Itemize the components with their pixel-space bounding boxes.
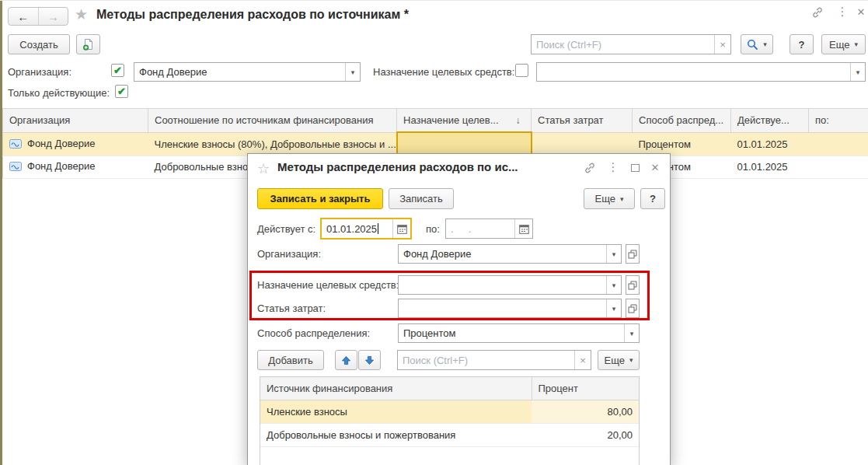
valid-from-label: Действует с: bbox=[257, 223, 315, 235]
main-search-clear-button[interactable]: × bbox=[714, 35, 730, 54]
record-icon bbox=[9, 162, 22, 173]
cell-valid-from: 01.01.2025 bbox=[731, 132, 809, 156]
open-icon bbox=[628, 250, 637, 259]
purpose-filter-checkbox[interactable] bbox=[515, 64, 528, 77]
method-select[interactable]: Процентом ▾ bbox=[398, 323, 640, 343]
cell-source: Членские взносы bbox=[260, 400, 532, 424]
close-window-button[interactable]: ✕ bbox=[854, 4, 868, 19]
org-filter-select[interactable]: Фонд Доверие ▾ bbox=[134, 62, 361, 82]
link-button[interactable] bbox=[810, 5, 825, 20]
save-and-close-button[interactable]: Записать и закрыть bbox=[257, 188, 383, 209]
table-row[interactable]: Добровольные взносы и пожертвования 20,0… bbox=[260, 424, 639, 447]
calendar-picker-button[interactable] bbox=[514, 219, 532, 238]
dialog-help-button[interactable]: ? bbox=[640, 188, 665, 209]
table-header-row: Организация Соотношение по источникам фи… bbox=[3, 109, 868, 133]
kebab-icon: ⋮ bbox=[837, 5, 849, 19]
col-header-valid-from[interactable]: Действуе... bbox=[731, 109, 809, 133]
cell-valid-from: 01.01.2025 bbox=[731, 156, 809, 179]
dialog-search-input[interactable] bbox=[398, 351, 574, 369]
create-new-item-button[interactable] bbox=[76, 34, 100, 54]
help-button[interactable]: ? bbox=[790, 34, 814, 54]
col-header-purpose[interactable]: Назначение целев...↓ bbox=[397, 109, 532, 133]
dialog-kebab-button[interactable]: ⋮ bbox=[608, 159, 619, 175]
save-button[interactable]: Записать bbox=[389, 188, 454, 209]
favorite-star-outline-icon[interactable]: ☆ bbox=[257, 160, 270, 177]
cell-percent: 20,00 bbox=[532, 424, 639, 447]
dropdown-icon: ▾ bbox=[629, 356, 633, 364]
purpose-filter-select[interactable]: ▾ bbox=[536, 62, 866, 82]
col-header-cost-item[interactable]: Статья затрат bbox=[532, 109, 633, 133]
dialog-purpose-open-button[interactable] bbox=[626, 275, 640, 295]
valid-from-field[interactable]: 01.01.2025 bbox=[320, 218, 412, 239]
dialog-org-label: Организация: bbox=[257, 248, 321, 260]
dialog-cost-item-open-button[interactable] bbox=[626, 299, 640, 318]
col-header-method[interactable]: Способ распред... bbox=[633, 109, 731, 133]
dialog-purpose-value bbox=[399, 276, 606, 294]
table-row[interactable]: Фонд Доверие Членские взносы (80%), Добр… bbox=[3, 132, 868, 156]
dropdown-icon[interactable]: ▾ bbox=[606, 245, 621, 263]
dialog-purpose-select[interactable]: ▾ bbox=[398, 275, 622, 295]
dropdown-icon[interactable]: ▾ bbox=[850, 63, 865, 81]
maximize-icon bbox=[631, 164, 640, 172]
table-row[interactable]: Членские взносы 80,00 bbox=[260, 400, 639, 424]
record-icon bbox=[9, 139, 22, 151]
cell-org: Фонд Доверие bbox=[27, 160, 95, 172]
dialog-cost-item-label: Статья затрат: bbox=[257, 302, 326, 314]
purpose-filter-label: Назначение целевых средств: bbox=[373, 66, 514, 78]
dropdown-icon[interactable]: ▾ bbox=[606, 276, 621, 294]
org-filter-label: Организация: bbox=[8, 66, 71, 78]
advanced-search-button[interactable]: ▾ bbox=[741, 34, 773, 54]
dropdown-icon[interactable]: ▾ bbox=[624, 324, 639, 342]
col-header-org[interactable]: Организация bbox=[3, 109, 148, 133]
valid-to-field[interactable]: . . bbox=[445, 219, 533, 239]
dialog-title: Методы распределения расходов по ис... bbox=[277, 160, 518, 173]
cell-org: Фонд Доверие bbox=[27, 138, 95, 149]
help-label: ? bbox=[650, 193, 656, 205]
move-down-button[interactable] bbox=[358, 350, 381, 370]
arrow-up-icon bbox=[341, 355, 351, 365]
org-filter-value: Фонд Доверие bbox=[134, 63, 345, 81]
dialog-more-button[interactable]: Еще ▾ bbox=[584, 188, 635, 209]
table-more-button[interactable]: Еще ▾ bbox=[598, 350, 640, 370]
dialog-maximize-button[interactable] bbox=[628, 160, 642, 176]
more-label: Еще bbox=[605, 355, 625, 366]
dropdown-icon[interactable]: ▾ bbox=[345, 63, 360, 81]
page-title: Методы распределения расходов по источни… bbox=[96, 8, 409, 22]
cell-valid-to bbox=[809, 132, 868, 156]
col-header-percent[interactable]: Процент bbox=[532, 377, 639, 400]
active-cell-purpose[interactable] bbox=[397, 132, 532, 156]
col-header-source[interactable]: Источник финансирования bbox=[260, 377, 532, 400]
cell-valid-to bbox=[809, 156, 868, 179]
main-search-box: × bbox=[531, 34, 731, 54]
back-button[interactable]: ← bbox=[9, 8, 39, 25]
dialog-search-box: × bbox=[397, 350, 591, 370]
org-filter-checkbox[interactable]: ✔ bbox=[111, 64, 124, 77]
col-header-ratio[interactable]: Соотношение по источникам финансирования bbox=[148, 109, 397, 133]
valid-to-value: . . bbox=[451, 223, 474, 235]
move-up-button[interactable] bbox=[335, 350, 357, 370]
dropdown-icon[interactable]: ▾ bbox=[606, 299, 621, 317]
add-label: Добавить bbox=[268, 355, 312, 366]
dialog-org-select[interactable]: Фонд Доверие ▾ bbox=[398, 244, 622, 264]
menu-kebab-button[interactable]: ⋮ bbox=[836, 4, 849, 19]
purpose-filter-value bbox=[537, 63, 850, 81]
dialog-purpose-label: Назначение целевых средств: bbox=[257, 279, 399, 291]
dialog-cost-item-select[interactable]: ▾ bbox=[398, 299, 622, 318]
more-label: Еще bbox=[595, 193, 615, 205]
col-header-valid-to[interactable]: по: bbox=[809, 109, 868, 133]
dialog-close-button[interactable]: ✕ bbox=[648, 159, 662, 175]
more-actions-button[interactable]: Еще ▾ bbox=[821, 34, 866, 54]
create-button[interactable]: Создать bbox=[8, 34, 70, 54]
link-icon bbox=[584, 162, 596, 174]
add-row-button[interactable]: Добавить bbox=[257, 350, 324, 370]
favorite-star-icon[interactable]: ★ bbox=[75, 5, 88, 23]
active-only-checkbox[interactable]: ✔ bbox=[115, 85, 128, 98]
dialog-search-clear-button[interactable]: × bbox=[574, 351, 591, 369]
dialog-org-open-button[interactable] bbox=[626, 244, 640, 264]
calendar-picker-button[interactable] bbox=[392, 219, 410, 238]
save-close-label: Записать и закрыть bbox=[270, 193, 371, 205]
dialog-link-button[interactable] bbox=[582, 160, 598, 176]
main-search-input[interactable] bbox=[532, 35, 714, 54]
edit-dialog: ☆ Методы распределения расходов по ис...… bbox=[247, 153, 671, 465]
forward-button[interactable]: → bbox=[39, 8, 68, 25]
